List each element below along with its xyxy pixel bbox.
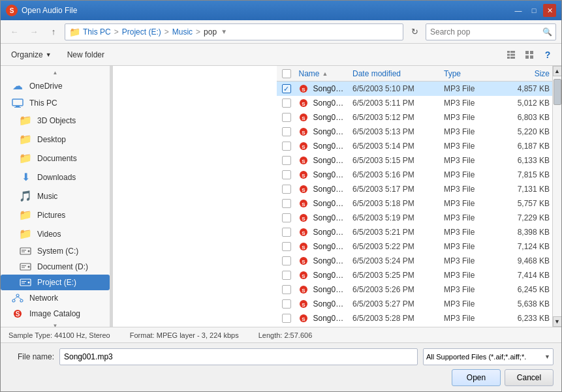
sidebar-item-projecte[interactable]: Project (E:)	[1, 275, 110, 290]
sidebar-item-downloads[interactable]: ⬇ Downloads	[1, 168, 110, 187]
file-row[interactable]: ✓SSong001.mp36/5/2003 5:10 PMMP3 File4,8…	[277, 82, 553, 96]
sidebar-item-documents[interactable]: 📁 Documents	[1, 149, 110, 168]
scroll-down-button[interactable]: ▼	[553, 316, 562, 327]
file-row[interactable]: SSong005.mp36/5/2003 5:14 PMMP3 File6,18…	[277, 139, 553, 153]
header-size[interactable]: Size	[500, 69, 552, 78]
sidebar-item-imagecatalog[interactable]: S Image Catalog	[1, 306, 110, 322]
sidebar-item-network[interactable]: Network	[1, 290, 110, 306]
file-row[interactable]: SSong002.mp36/5/2003 5:11 PMMP3 File5,01…	[277, 96, 553, 110]
new-folder-button[interactable]: New folder	[62, 46, 110, 63]
sidebar-scroll-up[interactable]: ▲	[1, 68, 110, 76]
file-checkbox[interactable]	[277, 199, 296, 208]
help-button[interactable]: ?	[539, 46, 556, 63]
vertical-scrollbar[interactable]: ▲ ▼	[552, 66, 561, 327]
svg-text:S: S	[302, 87, 305, 93]
breadcrumb-projecte[interactable]: Project (E:)	[122, 27, 161, 37]
file-checkbox[interactable]	[277, 299, 296, 309]
sidebar-scroll-down[interactable]: ▼	[1, 322, 110, 327]
dialog-title: Open Audio File	[22, 6, 512, 15]
sidebar-item-onedrive[interactable]: ☁ OneDrive	[1, 76, 110, 95]
file-checkbox[interactable]	[277, 98, 296, 108]
file-size: 7,124 KB	[500, 242, 552, 251]
sidebar-item-music[interactable]: 🎵 Music	[1, 187, 110, 205]
svg-point-14	[28, 250, 30, 252]
file-row[interactable]: SSong009.mp36/5/2003 5:18 PMMP3 File5,75…	[277, 196, 553, 211]
open-button[interactable]: Open	[452, 369, 501, 386]
close-button[interactable]: ✕	[543, 4, 556, 17]
scroll-up-button[interactable]: ▲	[553, 66, 562, 76]
file-checkbox[interactable]: ✓	[277, 84, 296, 93]
sidebar-resize-handle[interactable]	[110, 66, 113, 327]
file-type: MP3 File	[441, 156, 500, 165]
file-row[interactable]: SSong010.mp36/5/2003 5:19 PMMP3 File7,22…	[277, 211, 553, 225]
file-row[interactable]: SSong011.mp36/5/2003 5:21 PMMP3 File8,39…	[277, 225, 553, 239]
file-checkbox[interactable]	[277, 213, 296, 222]
svg-point-26	[12, 299, 15, 302]
up-button[interactable]: ↑	[45, 23, 62, 40]
file-row[interactable]: SSong006.mp36/5/2003 5:15 PMMP3 File6,13…	[277, 153, 553, 168]
header-checkbox[interactable]	[277, 69, 296, 78]
file-row[interactable]: SSong012.mp36/5/2003 5:22 PMMP3 File7,12…	[277, 239, 553, 254]
file-checkbox[interactable]	[277, 185, 296, 194]
maximize-button[interactable]: □	[527, 4, 540, 17]
file-row[interactable]: SSong017.mp36/5/2003 5:28 PMMP3 File6,23…	[277, 311, 553, 325]
svg-rect-6	[525, 51, 529, 54]
file-type-icon: S	[296, 285, 311, 294]
back-button[interactable]: ←	[6, 23, 23, 40]
file-checkbox[interactable]	[277, 314, 296, 323]
sidebar-item-3dobjects[interactable]: 📁 3D Objects	[1, 111, 110, 130]
header-type[interactable]: Type	[441, 69, 500, 78]
breadcrumb-music[interactable]: Music	[172, 27, 193, 37]
file-row[interactable]: SSong015.mp36/5/2003 5:26 PMMP3 File6,24…	[277, 282, 553, 297]
sidebar-item-desktop[interactable]: 📁 Desktop	[1, 130, 110, 149]
file-checkbox[interactable]	[277, 170, 296, 179]
view-details-button[interactable]	[503, 46, 520, 63]
breadcrumb-dropdown-icon[interactable]: ▼	[221, 28, 227, 35]
organize-button[interactable]: Organize ▼	[6, 46, 57, 63]
file-type: MP3 File	[441, 256, 500, 265]
filename-input[interactable]	[59, 348, 418, 365]
file-checkbox[interactable]	[277, 242, 296, 251]
header-date[interactable]: Date modified	[350, 69, 441, 78]
file-row[interactable]: SSong003.mp36/5/2003 5:12 PMMP3 File6,80…	[277, 110, 553, 125]
view-tiles-button[interactable]	[521, 46, 538, 63]
sidebar-item-pictures[interactable]: 📁 Pictures	[1, 205, 110, 224]
breadcrumb-thispc[interactable]: This PC	[83, 27, 111, 37]
file-row[interactable]: SSong016.mp36/5/2003 5:27 PMMP3 File5,63…	[277, 297, 553, 311]
file-row[interactable]: SSong004.mp36/5/2003 5:13 PMMP3 File5,22…	[277, 125, 553, 139]
file-date: 6/5/2003 5:13 PM	[350, 127, 441, 136]
filetype-select[interactable]: All Supported Files (*.aif;*.aiff;*. ▼	[423, 348, 554, 365]
file-row[interactable]: SSong013.mp36/5/2003 5:24 PMMP3 File9,46…	[277, 254, 553, 268]
sidebar-item-videos[interactable]: 📁 Videos	[1, 224, 110, 243]
refresh-button[interactable]: ↻	[406, 23, 423, 40]
svg-rect-19	[22, 265, 26, 266]
file-list-header[interactable]: Name ▲ Date modified Type Size	[277, 66, 553, 82]
file-checkbox[interactable]	[277, 156, 296, 165]
file-checkbox[interactable]	[277, 256, 296, 265]
folder-music-icon: 🎵	[19, 190, 32, 202]
minimize-button[interactable]: —	[512, 4, 525, 17]
sidebar-item-systemc[interactable]: System (C:)	[1, 243, 110, 259]
header-name[interactable]: Name ▲	[296, 69, 351, 78]
file-checkbox[interactable]	[277, 271, 296, 280]
scroll-track[interactable]	[553, 76, 562, 316]
file-size: 7,131 KB	[500, 185, 552, 194]
file-checkbox[interactable]	[277, 228, 296, 237]
forward-button[interactable]: →	[25, 23, 42, 40]
svg-rect-5	[510, 57, 515, 59]
file-checkbox[interactable]	[277, 142, 296, 151]
file-row[interactable]: SSong007.mp36/5/2003 5:16 PMMP3 File7,81…	[277, 168, 553, 182]
file-checkbox[interactable]	[277, 127, 296, 136]
svg-text:S: S	[302, 259, 305, 265]
file-checkbox[interactable]	[277, 285, 296, 294]
sidebar-item-thispc[interactable]: This PC	[1, 95, 110, 111]
file-row[interactable]: SSong008.mp36/5/2003 5:17 PMMP3 File7,13…	[277, 182, 553, 196]
file-size: 5,012 KB	[500, 98, 552, 108]
scroll-thumb[interactable]	[554, 79, 561, 105]
sidebar-item-documentd[interactable]: Document (D:)	[1, 259, 110, 275]
cancel-button[interactable]: Cancel	[505, 369, 554, 386]
file-row[interactable]: SSong014.mp36/5/2003 5:25 PMMP3 File7,41…	[277, 268, 553, 282]
file-checkbox[interactable]	[277, 113, 296, 122]
search-input[interactable]	[426, 23, 556, 40]
main-content: ▲ ☁ OneDrive This PC 📁 3D Objects	[1, 66, 561, 327]
